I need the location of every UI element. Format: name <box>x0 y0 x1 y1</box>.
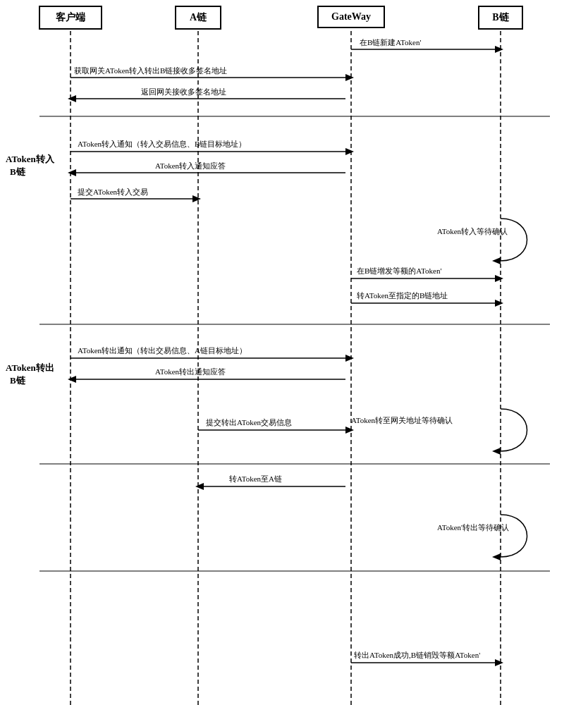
svg-marker-8 <box>345 74 354 81</box>
svg-marker-37 <box>345 355 354 362</box>
svg-text:获取网关AToken转入转出B链接收多签名地址: 获取网关AToken转入转出B链接收多签名地址 <box>74 66 227 75</box>
svg-marker-43 <box>345 427 354 434</box>
svg-text:AToken转至网关地址等待确认: AToken转至网关地址等待确认 <box>351 416 453 424</box>
svg-marker-31 <box>495 300 503 307</box>
svg-text:提交AToken转入交易: 提交AToken转入交易 <box>78 188 148 196</box>
svg-text:AToken转入: AToken转入 <box>6 154 55 164</box>
svg-text:B链: B链 <box>10 166 26 177</box>
svg-marker-28 <box>495 275 503 282</box>
svg-marker-11 <box>68 95 76 102</box>
svg-text:AToken转出: AToken转出 <box>6 362 54 373</box>
svg-marker-23 <box>192 195 201 202</box>
svg-text:返回网关接收多签名地址: 返回网关接收多签名地址 <box>141 87 226 96</box>
svg-text:在B链新建AToken': 在B链新建AToken' <box>360 38 421 47</box>
svg-text:AToken转入等待确认: AToken转入等待确认 <box>437 227 508 235</box>
svg-text:提交转出AToken交易信息: 提交转出AToken交易信息 <box>206 418 292 427</box>
sequence-diagram: 客户端 A链 GateWay B链 在B链新建AToken' 获取网关AToke… <box>0 0 588 705</box>
svg-marker-25 <box>492 257 501 264</box>
svg-marker-49 <box>195 483 204 490</box>
diagram-svg: 在B链新建AToken' 获取网关AToken转入转出B链接收多签名地址 返回网… <box>0 0 588 705</box>
svg-marker-45 <box>492 448 501 455</box>
svg-text:在B链增发等额的AToken': 在B链增发等额的AToken' <box>357 266 441 275</box>
svg-marker-5 <box>495 46 503 53</box>
svg-marker-17 <box>345 148 354 155</box>
svg-marker-51 <box>492 553 501 560</box>
svg-marker-55 <box>495 659 503 666</box>
svg-text:转AToken至A链: 转AToken至A链 <box>229 474 282 483</box>
svg-text:AToken转出通知应答: AToken转出通知应答 <box>155 367 226 376</box>
svg-marker-20 <box>68 169 76 176</box>
svg-text:转AToken至指定的B链地址: 转AToken至指定的B链地址 <box>357 291 448 300</box>
svg-text:AToken转出通知（转出交易信息、A链目标地址）: AToken转出通知（转出交易信息、A链目标地址） <box>78 346 247 355</box>
svg-text:AToken'转出等待确认: AToken'转出等待确认 <box>437 523 509 532</box>
svg-text:AToken转入通知应答: AToken转入通知应答 <box>155 161 226 170</box>
svg-text:转出AToken成功,B链销毁等额AToken': 转出AToken成功,B链销毁等额AToken' <box>354 651 480 659</box>
svg-text:B链: B链 <box>10 375 26 386</box>
svg-marker-40 <box>68 376 76 383</box>
svg-text:AToken转入通知（转入交易信息、B链目标地址）: AToken转入通知（转入交易信息、B链目标地址） <box>78 140 246 148</box>
